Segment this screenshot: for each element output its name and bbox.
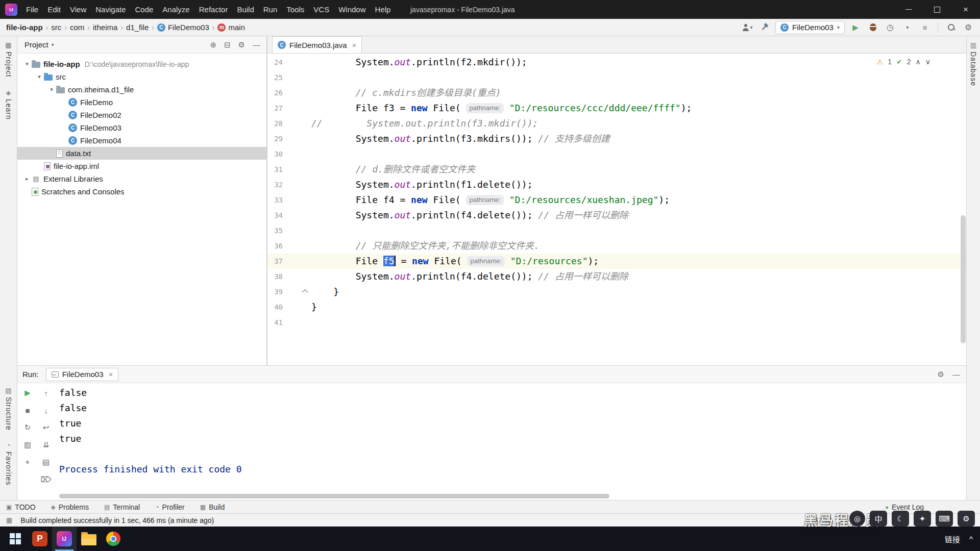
code-line-27[interactable]: 27 File f3 = new File( pathname: "D:/res…	[267, 101, 966, 116]
menu-window[interactable]: Window	[334, 0, 370, 19]
console-output[interactable]: falsefalsetruetrue Process finished with…	[59, 383, 966, 500]
tree-item-filedemo[interactable]: CFileDemo	[17, 96, 266, 109]
tree-item-filedemo02[interactable]: CFileDemo02	[17, 109, 266, 121]
locate-file-button[interactable]: ⊕	[210, 40, 216, 49]
ime-language-indicator[interactable]: 中	[870, 511, 887, 527]
user-account-button[interactable]: ▾	[741, 21, 754, 34]
tool-window-database-button[interactable]: ▥ Database	[969, 41, 977, 86]
chevron-closed-icon[interactable]: ▸	[22, 176, 32, 182]
tool-windows-toggle-icon[interactable]: ▦	[6, 516, 12, 524]
build-project-button[interactable]	[758, 21, 771, 34]
breadcrumb-main[interactable]: mmain	[217, 23, 245, 32]
run-settings-button[interactable]: ⚙	[938, 370, 944, 379]
screen-tool-ring-icon[interactable]: ◎	[849, 511, 865, 527]
close-button[interactable]: ×	[951, 0, 980, 19]
more-run-actions-button[interactable]: ▾	[901, 21, 914, 34]
menu-edit[interactable]: Edit	[43, 0, 65, 19]
show-hidden-icons-button[interactable]: ^	[969, 535, 973, 543]
scroll-end-button[interactable]: ⇊	[40, 439, 52, 450]
tree-item-data.txt[interactable]: data.txt	[17, 147, 266, 160]
arrow-down-button[interactable]: ↓	[40, 405, 52, 416]
breadcrumb-src[interactable]: src	[51, 23, 61, 32]
breadcrumb-d1_file[interactable]: d1_file	[126, 23, 149, 32]
code-line-40[interactable]: 40}	[267, 299, 966, 315]
run-tab-filedemo03[interactable]: FileDemo03 ×	[46, 368, 119, 381]
pointer-tool-icon[interactable]: ✦	[914, 511, 931, 527]
code-line-34[interactable]: 34 System.out.println(f4.delete()); // 占…	[267, 208, 966, 223]
collapse-all-button[interactable]: ⊟	[224, 40, 231, 49]
intellij-logo-icon[interactable]: IJ	[5, 4, 17, 16]
keyboard-icon[interactable]: ⌨	[936, 511, 953, 527]
scrollbar-thumb[interactable]	[961, 215, 966, 343]
prev-issue-button[interactable]: ∧	[916, 58, 921, 66]
code-line-41[interactable]: 41	[267, 315, 966, 330]
stop-button[interactable]: ■	[22, 405, 33, 416]
start-button[interactable]	[3, 527, 28, 551]
run-config-select[interactable]: C FileDemo03 ▾	[775, 21, 845, 34]
arrow-up-button[interactable]: ↑	[40, 387, 52, 398]
code-line-36[interactable]: 36 // 只能删除空文件夹,不能删除非空文件夹.	[267, 238, 966, 254]
menu-run[interactable]: Run	[259, 0, 282, 19]
console-horizontal-scrollbar[interactable]	[59, 494, 609, 498]
menu-analyze[interactable]: Analyze	[158, 0, 194, 19]
code-line-29[interactable]: 29 System.out.println(f3.mkdirs()); // 支…	[267, 131, 966, 146]
tree-item-file-io-app.iml[interactable]: file-io-app.iml	[17, 160, 266, 172]
menu-refactor[interactable]: Refactor	[194, 0, 233, 19]
moon-icon[interactable]: ☾	[892, 511, 909, 527]
tool-button-profiler[interactable]: ◔Profiler	[155, 503, 185, 511]
monitor-button[interactable]: ▥	[22, 439, 33, 450]
next-issue-button[interactable]: ∨	[925, 58, 930, 66]
code-line-25[interactable]: 25	[267, 70, 966, 85]
code-line-28[interactable]: 28// System.out.println(f3.mkdir());	[267, 116, 966, 131]
tree-item-com.itheima.d1_file[interactable]: ▾com.itheima.d1_file	[17, 83, 266, 96]
tool-window-learn-button[interactable]: ◈ Learn	[5, 89, 13, 120]
chevron-open-icon[interactable]: ▾	[47, 86, 56, 93]
menu-file[interactable]: File	[21, 0, 43, 19]
code-line-35[interactable]: 35	[267, 223, 966, 238]
print-button[interactable]: ▤	[40, 457, 52, 468]
scrollbar-thumb[interactable]	[59, 494, 609, 498]
chevron-open-icon[interactable]: ▾	[22, 61, 32, 67]
pin-button[interactable]: ⌖	[22, 457, 33, 468]
code-line-33[interactable]: 33 File f4 = new File( pathname: "D:/res…	[267, 192, 966, 208]
profile-button[interactable]: ◷	[884, 21, 897, 34]
minimize-button[interactable]	[894, 0, 923, 19]
tray-link-label[interactable]: 链接	[945, 534, 960, 544]
tab-close-icon[interactable]: ×	[352, 41, 357, 49]
tree-item-filedemo03[interactable]: CFileDemo03	[17, 121, 266, 134]
tree-item-filedemo04[interactable]: CFileDemo04	[17, 134, 266, 147]
taskbar-intellij[interactable]: IJ	[52, 527, 77, 551]
tool-button-problems[interactable]: ◈Problems	[51, 503, 89, 511]
code-line-38[interactable]: 38 System.out.println(f4.delete()); // 占…	[267, 269, 966, 284]
code-line-24[interactable]: 24 System.out.println(f2.mkdir());	[267, 55, 966, 70]
settings-button[interactable]: ⚙	[962, 21, 975, 34]
code-line-31[interactable]: 31 // d.删除文件或者空文件夹	[267, 162, 966, 177]
hide-panel-button[interactable]: ―	[253, 40, 260, 49]
editor-tab-filedemo03[interactable]: C FileDemo03.java ×	[272, 36, 362, 53]
menu-tools[interactable]: Tools	[282, 0, 309, 19]
hide-run-panel-button[interactable]: ―	[952, 370, 960, 379]
code-line-26[interactable]: 26 // c.mkdirs创建多级目录(重点)	[267, 85, 966, 101]
overlay-settings-icon[interactable]: ⚙	[958, 511, 975, 527]
debug-button[interactable]	[866, 21, 879, 34]
tab-close-icon[interactable]: ×	[109, 370, 113, 379]
tool-button-build[interactable]: ▦Build	[200, 503, 225, 511]
tool-button-todo[interactable]: ▣TODO	[6, 503, 36, 511]
restart-button[interactable]: ↻	[22, 422, 33, 433]
maximize-button[interactable]	[923, 0, 951, 19]
menu-build[interactable]: Build	[232, 0, 258, 19]
menu-code[interactable]: Code	[130, 0, 158, 19]
rerun-button[interactable]: ▶	[22, 387, 33, 398]
trash-button[interactable]: ⌦	[40, 474, 52, 485]
breadcrumb-com[interactable]: com	[70, 23, 84, 32]
chevron-open-icon[interactable]: ▾	[35, 73, 44, 80]
menu-help[interactable]: Help	[371, 0, 396, 19]
taskbar-explorer[interactable]	[77, 527, 101, 551]
tree-item-scratches and consoles[interactable]: Scratches and Consoles	[17, 185, 266, 198]
wrap-button[interactable]: ↩	[40, 422, 52, 433]
code-line-30[interactable]: 30	[267, 146, 966, 162]
stop-button[interactable]: ■	[918, 21, 932, 34]
code-line-37[interactable]: 37 File f5 = new File( pathname: "D:/res…	[267, 254, 966, 269]
editor-vertical-scrollbar[interactable]	[960, 54, 966, 365]
code-line-32[interactable]: 32 System.out.println(f1.delete());	[267, 177, 966, 192]
